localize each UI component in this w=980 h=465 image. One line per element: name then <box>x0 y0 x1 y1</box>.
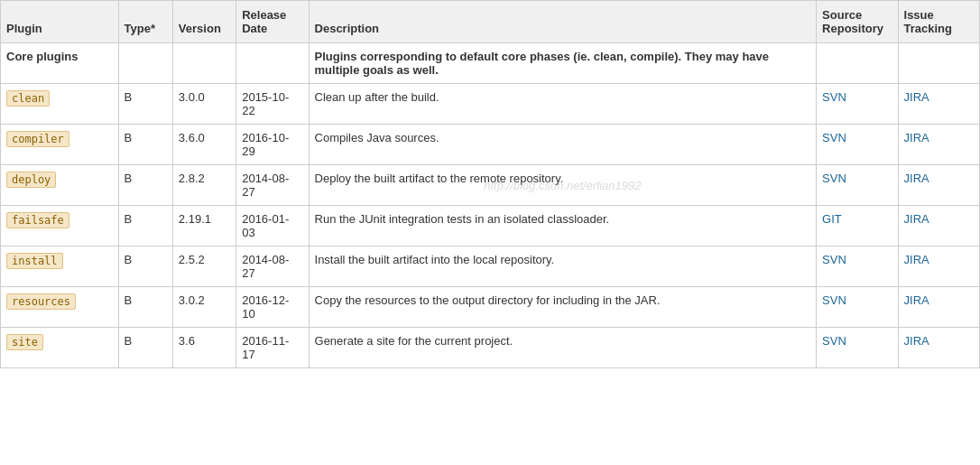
description-cell: Run the JUnit integration tests in an is… <box>309 206 817 246</box>
release-date-cell: 2014-08-27 <box>236 246 309 287</box>
type-cell: B <box>118 84 172 125</box>
version-cell: 3.0.2 <box>172 287 236 328</box>
source-link[interactable]: SVN <box>822 172 846 185</box>
description-cell: Clean up after the build. <box>309 84 817 125</box>
plugin-cell: clean <box>1 84 119 125</box>
source-cell[interactable]: SVN <box>817 125 898 165</box>
source-cell[interactable]: SVN <box>817 287 898 328</box>
issue-link[interactable]: JIRA <box>904 293 929 307</box>
plugin-tag: deploy <box>6 172 56 188</box>
table-row: compiler B 3.6.0 2016-10-29 Compiles Jav… <box>1 125 980 165</box>
version-cell: 3.6.0 <box>172 125 236 165</box>
section-name: Core plugins <box>1 43 119 84</box>
section-description: Plugins corresponding to default core ph… <box>309 43 817 84</box>
version-cell: 2.8.2 <box>172 165 236 206</box>
type-cell: B <box>118 125 172 165</box>
issue-cell[interactable]: JIRA <box>898 287 979 328</box>
table-row: deploy B 2.8.2 2014-08-27 Deploy the bui… <box>1 165 980 206</box>
plugin-tag: site <box>6 334 43 350</box>
plugin-cell: resources <box>1 287 119 328</box>
plugin-cell: failsafe <box>1 206 119 246</box>
source-cell[interactable]: GIT <box>817 206 898 246</box>
source-cell[interactable]: SVN <box>817 328 898 368</box>
source-link[interactable]: GIT <box>822 212 842 226</box>
type-cell: B <box>118 287 172 328</box>
header-version: Version <box>172 1 236 43</box>
issue-cell[interactable]: JIRA <box>898 125 979 165</box>
header-type: Type* <box>118 1 172 43</box>
issue-cell[interactable]: JIRA <box>898 84 979 125</box>
issue-link[interactable]: JIRA <box>904 334 929 348</box>
release-date-cell: 2016-11-17 <box>236 328 309 368</box>
description-cell: Copy the resources to the output directo… <box>309 287 817 328</box>
plugin-tag: install <box>6 253 63 269</box>
issue-link[interactable]: JIRA <box>904 172 929 185</box>
section-source-empty <box>817 43 898 84</box>
issue-cell[interactable]: JIRA <box>898 165 979 206</box>
source-link[interactable]: SVN <box>822 90 846 104</box>
version-cell: 3.0.0 <box>172 84 236 125</box>
plugins-table: Plugin Type* Version Release Date Descri… <box>0 0 980 368</box>
header-plugin: Plugin <box>1 1 119 43</box>
release-date-cell: 2016-01-03 <box>236 206 309 246</box>
issue-cell[interactable]: JIRA <box>898 206 979 246</box>
description-cell: Compiles Java sources. <box>309 125 817 165</box>
type-cell: B <box>118 165 172 206</box>
release-date-cell: 2014-08-27 <box>236 165 309 206</box>
source-cell[interactable]: SVN <box>817 165 898 206</box>
issue-link[interactable]: JIRA <box>904 131 929 144</box>
table-row: resources B 3.0.2 2016-12-10 Copy the re… <box>1 287 980 328</box>
type-cell: B <box>118 206 172 246</box>
section-type-empty <box>118 43 172 84</box>
plugin-cell: site <box>1 328 119 368</box>
release-date-cell: 2016-12-10 <box>236 287 309 328</box>
issue-cell[interactable]: JIRA <box>898 328 979 368</box>
watermark-text: http://blog.csdn.net/erlian1992 <box>484 179 641 192</box>
table-row: install B 2.5.2 2014-08-27 Install the b… <box>1 246 980 287</box>
table-row: site B 3.6 2016-11-17 Generate a site fo… <box>1 328 980 368</box>
issue-link[interactable]: JIRA <box>904 212 929 226</box>
plugin-cell: install <box>1 246 119 287</box>
plugin-cell: deploy <box>1 165 119 206</box>
release-date-cell: 2016-10-29 <box>236 125 309 165</box>
source-link[interactable]: SVN <box>822 253 846 266</box>
table-row: clean B 3.0.0 2015-10-22 Clean up after … <box>1 84 980 125</box>
release-date-cell: 2015-10-22 <box>236 84 309 125</box>
version-cell: 2.5.2 <box>172 246 236 287</box>
plugin-tag: resources <box>6 293 76 310</box>
plugin-cell: compiler <box>1 125 119 165</box>
description-cell: Generate a site for the current project. <box>309 328 817 368</box>
header-release-date: Release Date <box>236 1 309 43</box>
source-cell[interactable]: SVN <box>817 246 898 287</box>
source-cell[interactable]: SVN <box>817 84 898 125</box>
header-source: Source Repository <box>817 1 898 43</box>
issue-link[interactable]: JIRA <box>904 253 929 266</box>
plugin-tag: clean <box>6 90 50 107</box>
version-cell: 2.19.1 <box>172 206 236 246</box>
version-cell: 3.6 <box>172 328 236 368</box>
plugin-tag: failsafe <box>6 212 69 228</box>
type-cell: B <box>118 328 172 368</box>
description-cell: Install the built artifact into the loca… <box>309 246 817 287</box>
section-issue-empty <box>898 43 979 84</box>
header-description: Description <box>309 1 817 43</box>
section-version-empty <box>172 43 236 84</box>
table-header-row: Plugin Type* Version Release Date Descri… <box>1 1 980 43</box>
plugin-tag: compiler <box>6 131 69 147</box>
section-header-row: Core plugins Plugins corresponding to de… <box>1 43 980 84</box>
header-issue: Issue Tracking <box>898 1 979 43</box>
section-date-empty <box>236 43 309 84</box>
type-cell: B <box>118 246 172 287</box>
source-link[interactable]: SVN <box>822 334 846 348</box>
source-link[interactable]: SVN <box>822 293 846 307</box>
table-row: failsafe B 2.19.1 2016-01-03 Run the JUn… <box>1 206 980 246</box>
issue-cell[interactable]: JIRA <box>898 246 979 287</box>
description-cell: Deploy the built artifact to the remote … <box>309 165 817 206</box>
source-link[interactable]: SVN <box>822 131 846 144</box>
issue-link[interactable]: JIRA <box>904 90 929 104</box>
